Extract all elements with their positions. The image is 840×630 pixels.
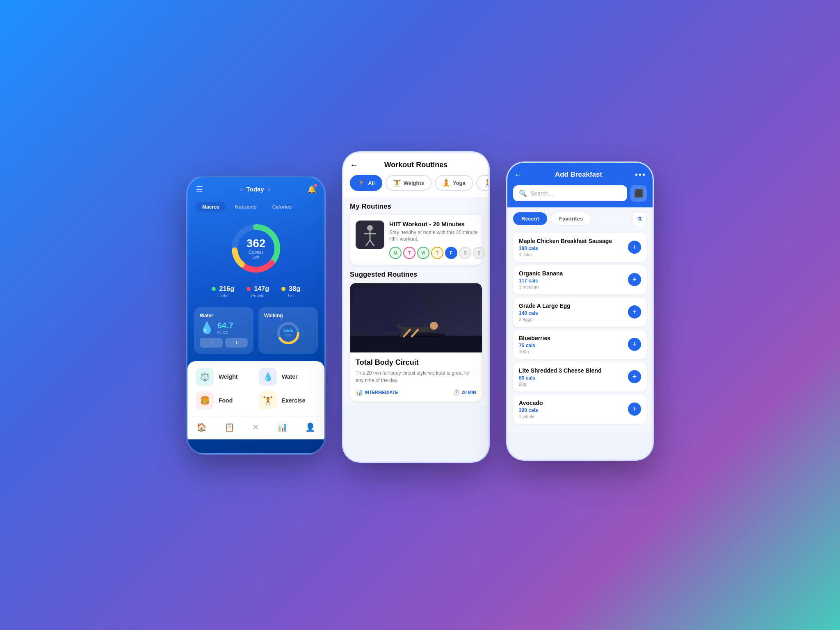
calories-donut: 362 Calories Left xyxy=(227,220,285,277)
calories-chart: 362 Calories Left xyxy=(187,216,324,281)
qa-water-label: Water xyxy=(282,373,297,380)
add-food-button-1[interactable]: + xyxy=(628,273,641,286)
food-item-4: Lite Shredded 3 Cheese Blend 80 cals 28g… xyxy=(513,362,647,391)
food-info-2: Grade A Large Egg 140 cals 2 eggs xyxy=(519,302,628,322)
notification-dot xyxy=(314,184,317,187)
water-increase-button[interactable]: + xyxy=(225,338,248,348)
search-icon: 🔍 xyxy=(519,189,527,197)
protein-value: 147g xyxy=(254,285,269,292)
water-quick-icon: 💧 xyxy=(263,372,273,382)
qa-water[interactable]: 💧 Water xyxy=(259,368,316,386)
food-info-4: Lite Shredded 3 Cheese Blend 80 cals 28g xyxy=(519,367,628,387)
filter-all[interactable]: 🏃 All xyxy=(350,175,382,191)
day-S1: S xyxy=(459,247,471,259)
all-icon: 🏃 xyxy=(357,179,365,187)
tab-nutrients[interactable]: Nutrients xyxy=(228,202,263,212)
water-value: 64.7 xyxy=(217,321,233,330)
total-body-name: Total Body Circuit xyxy=(356,358,476,367)
food-serving-0: 4 links xyxy=(519,252,628,257)
add-food-button-5[interactable]: + xyxy=(628,403,641,416)
food-cals-4: 80 cals xyxy=(519,375,628,381)
food-name-2: Grade A Large Egg xyxy=(519,302,628,309)
qa-exercise-label: Exercise xyxy=(282,397,306,404)
food-cals-2: 140 cals xyxy=(519,310,628,316)
barcode-button[interactable]: ⬛ xyxy=(630,185,647,202)
food-name-5: Avocado xyxy=(519,400,628,406)
tab-macros[interactable]: Macros xyxy=(196,202,226,212)
day-F: F xyxy=(445,247,457,259)
food-filter-button[interactable]: ⚗ xyxy=(632,212,647,226)
my-routines-title: My Routines xyxy=(350,202,482,211)
food-info-3: Blueberries 75 cals 100g xyxy=(519,335,628,354)
back-button[interactable]: ← xyxy=(350,160,358,170)
right-more-button[interactable]: ••• xyxy=(635,170,646,180)
water-decrease-button[interactable]: − xyxy=(200,338,223,348)
next-day-button[interactable]: › xyxy=(268,186,270,193)
qa-exercise[interactable]: 🏋️ Exercise xyxy=(259,391,316,409)
day-T1: T xyxy=(403,247,415,259)
add-food-button-3[interactable]: + xyxy=(628,338,641,351)
menu-icon[interactable]: ☰ xyxy=(196,184,203,194)
total-body-meta: 📊 INTERMEDIATE ⏱️ 20 MIN xyxy=(356,389,476,396)
hiit-routine-card[interactable]: HIIT Workout - 20 Minutes Stay healthy a… xyxy=(350,215,482,265)
food-item-3: Blueberries 75 cals 100g + xyxy=(513,330,647,359)
qa-weight[interactable]: ⚖️ Weight xyxy=(196,368,253,386)
carbs-label: Carbs xyxy=(212,293,234,298)
phone-left: ☰ ‹ Today › 🔔 Macros Nutrients Calories xyxy=(186,176,326,455)
water-card: Water 💧 64.7 FL OZ − + xyxy=(194,307,253,354)
macro-carbs: 216g Carbs xyxy=(212,285,234,298)
nav-chart-icon[interactable]: 📊 xyxy=(273,421,292,434)
filter-running[interactable]: 🚶 xyxy=(476,175,490,191)
fat-label: Fat xyxy=(281,293,300,298)
difficulty-icon: 📊 xyxy=(356,389,363,396)
calories-center: 362 Calories Left xyxy=(247,237,266,260)
add-food-button-0[interactable]: + xyxy=(628,241,641,254)
filter-favorites-button[interactable]: Favorites xyxy=(550,212,591,225)
nav-home-icon[interactable]: 🏠 xyxy=(192,421,211,434)
nav-list-icon[interactable]: 📋 xyxy=(220,421,239,434)
right-back-button[interactable]: ← xyxy=(514,170,522,180)
yoga-icon: 🧘 xyxy=(442,179,450,187)
carbs-dot xyxy=(212,287,216,291)
stats-row: Water 💧 64.7 FL OZ − + Walking xyxy=(187,304,324,357)
tab-calories[interactable]: Calories xyxy=(266,202,298,212)
qa-weight-label: Weight xyxy=(219,373,237,380)
quick-actions: ⚖️ Weight 💧 Water 🍔 Food 🏋️ Ex xyxy=(187,361,324,416)
food-item-5: Avocado 320 cals 1 whole + xyxy=(513,395,647,424)
calories-label: Calories Left xyxy=(247,250,266,260)
food-item-0: Maple Chicken Breakfast Sausage 180 cals… xyxy=(513,233,647,262)
macro-fat: 38g Fat xyxy=(281,285,300,298)
food-cals-1: 117 cals xyxy=(519,278,628,284)
filter-weights[interactable]: 🏋️ Weights xyxy=(386,175,431,191)
running-icon: 🚶 xyxy=(484,179,490,187)
add-food-button-2[interactable]: + xyxy=(628,305,641,318)
qa-food-label: Food xyxy=(219,397,233,404)
workout-title: Workout Routines xyxy=(384,161,448,169)
search-placeholder: Search... xyxy=(530,190,553,197)
add-food-button-4[interactable]: + xyxy=(628,370,641,383)
total-body-body: Total Body Circuit This 20 min full-body… xyxy=(350,353,482,401)
difficulty-badge: 📊 INTERMEDIATE xyxy=(356,389,398,396)
day-S2: S xyxy=(473,247,485,259)
prev-day-button[interactable]: ‹ xyxy=(240,186,242,193)
phones-container: ☰ ‹ Today › 🔔 Macros Nutrients Calories xyxy=(162,143,678,487)
svg-text:6,876: 6,876 xyxy=(283,329,293,333)
qa-food[interactable]: 🍔 Food xyxy=(196,391,253,409)
protein-label: Protein xyxy=(247,293,269,298)
filter-recent-button[interactable]: Recent xyxy=(513,212,547,225)
exercise-quick-icon: 🏋️ xyxy=(263,396,273,405)
svg-rect-17 xyxy=(378,288,398,332)
svg-rect-18 xyxy=(402,288,422,332)
duration-label: 20 MIN xyxy=(462,390,476,395)
search-bar[interactable]: 🔍 Search... xyxy=(513,185,627,201)
food-name-0: Maple Chicken Breakfast Sausage xyxy=(519,238,628,244)
water-title: Water xyxy=(200,313,248,318)
nav-profile-icon[interactable]: 👤 xyxy=(301,421,320,434)
day-M: M xyxy=(389,247,402,259)
macro-tabs: Macros Nutrients Calories xyxy=(187,198,324,216)
filter-yoga[interactable]: 🧘 Yoga xyxy=(435,175,473,191)
food-item-2: Grade A Large Egg 140 cals 2 eggs + xyxy=(513,298,647,327)
nav-close-icon[interactable]: ✕ xyxy=(248,421,263,434)
food-serving-3: 100g xyxy=(519,349,628,354)
total-body-card[interactable]: Total Body Circuit This 20 min full-body… xyxy=(350,283,482,401)
